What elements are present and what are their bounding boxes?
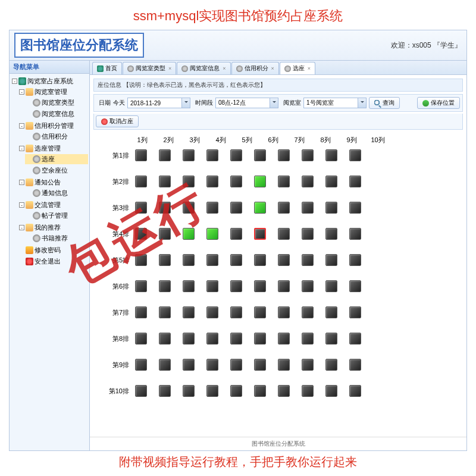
- seat-6-1[interactable]: [135, 280, 147, 292]
- date-combo[interactable]: [127, 98, 190, 108]
- time-input[interactable]: [216, 99, 270, 108]
- seat-4-1[interactable]: [135, 228, 147, 240]
- seat-8-10[interactable]: [349, 333, 361, 345]
- seat-4-2[interactable]: [159, 228, 171, 240]
- seat-6-3[interactable]: [183, 280, 195, 292]
- seat-10-3[interactable]: [183, 385, 195, 397]
- tree-extra[interactable]: 修改密码: [18, 245, 88, 255]
- seat-3-4[interactable]: [206, 202, 218, 214]
- seat-9-9[interactable]: [325, 359, 337, 371]
- date-input[interactable]: [128, 99, 181, 108]
- seat-6-6[interactable]: [254, 280, 266, 292]
- seat-2-9[interactable]: [325, 176, 337, 187]
- seat-9-10[interactable]: [349, 359, 361, 371]
- seat-6-10[interactable]: [349, 280, 361, 292]
- seat-8-2[interactable]: [159, 333, 171, 345]
- tab-信用积分[interactable]: 信用积分×: [231, 62, 279, 74]
- seat-3-8[interactable]: [302, 202, 314, 214]
- seat-5-7[interactable]: [278, 254, 290, 266]
- time-combo[interactable]: [215, 98, 278, 108]
- seat-7-10[interactable]: [349, 306, 361, 318]
- tree-group[interactable]: -通知公告: [18, 177, 88, 187]
- tree-root[interactable]: -阅览室占座系统: [11, 76, 88, 86]
- seat-7-4[interactable]: [206, 306, 218, 318]
- tab-首页[interactable]: 首页: [92, 62, 122, 74]
- seat-1-10[interactable]: [349, 149, 361, 161]
- seat-9-8[interactable]: [302, 359, 314, 371]
- seat-4-10[interactable]: [349, 228, 361, 240]
- tree-item[interactable]: 阅览室类型: [25, 98, 88, 108]
- tree-group[interactable]: -我的推荐: [18, 223, 88, 233]
- seat-8-5[interactable]: [230, 333, 242, 345]
- seat-9-2[interactable]: [159, 359, 171, 371]
- seat-9-3[interactable]: [183, 359, 195, 371]
- seat-1-2[interactable]: [159, 149, 171, 161]
- seat-6-7[interactable]: [278, 280, 290, 292]
- seat-3-10[interactable]: [349, 202, 361, 214]
- seat-1-7[interactable]: [278, 149, 290, 161]
- seat-8-3[interactable]: [183, 333, 195, 345]
- seat-8-6[interactable]: [254, 333, 266, 345]
- seat-8-4[interactable]: [206, 333, 218, 345]
- seat-2-7[interactable]: [278, 176, 290, 187]
- seat-5-4[interactable]: [206, 254, 218, 266]
- seat-5-6[interactable]: [254, 254, 266, 266]
- seat-6-2[interactable]: [159, 280, 171, 292]
- seat-9-1[interactable]: [135, 359, 147, 371]
- tree-item[interactable]: 空余座位: [25, 165, 88, 176]
- seat-9-5[interactable]: [230, 359, 242, 371]
- seat-7-3[interactable]: [183, 306, 195, 318]
- room-input[interactable]: [304, 99, 358, 108]
- seat-10-5[interactable]: [230, 385, 242, 397]
- seat-7-8[interactable]: [302, 306, 314, 318]
- seat-8-1[interactable]: [135, 333, 147, 345]
- tab-选座[interactable]: 选座×: [280, 62, 315, 74]
- seat-10-4[interactable]: [206, 385, 218, 397]
- seat-9-6[interactable]: [254, 359, 266, 371]
- seat-2-3[interactable]: [183, 176, 195, 187]
- seat-9-4[interactable]: [206, 359, 218, 371]
- tree-item[interactable]: 帖子管理: [25, 211, 88, 221]
- seat-5-10[interactable]: [349, 254, 361, 266]
- close-icon[interactable]: ×: [271, 65, 274, 71]
- seat-3-2[interactable]: [159, 202, 171, 214]
- seat-5-9[interactable]: [325, 254, 337, 266]
- tree-group[interactable]: -交流管理: [18, 200, 88, 210]
- seat-2-2[interactable]: [159, 176, 171, 187]
- seat-2-5[interactable]: [230, 176, 242, 187]
- tree-group[interactable]: -信用积分管理: [18, 121, 88, 131]
- tree-item[interactable]: 选座: [25, 154, 88, 164]
- tab-阅览室类型[interactable]: 阅览室类型×: [123, 62, 176, 74]
- chevron-down-icon[interactable]: [270, 98, 278, 108]
- seat-3-1[interactable]: [135, 202, 147, 214]
- seat-2-8[interactable]: [302, 176, 314, 187]
- tab-阅览室信息[interactable]: 阅览室信息×: [177, 62, 230, 74]
- seat-1-1[interactable]: [135, 149, 147, 161]
- tree-item[interactable]: 书籍推荐: [25, 233, 88, 243]
- seat-10-2[interactable]: [159, 385, 171, 397]
- seat-8-9[interactable]: [325, 333, 337, 345]
- seat-6-4[interactable]: [206, 280, 218, 292]
- seat-10-6[interactable]: [254, 385, 266, 397]
- seat-4-4[interactable]: [206, 228, 218, 240]
- seat-7-6[interactable]: [254, 306, 266, 318]
- chevron-down-icon[interactable]: [358, 98, 366, 108]
- seat-4-3[interactable]: [183, 228, 195, 240]
- seat-10-8[interactable]: [302, 385, 314, 397]
- cancel-button[interactable]: 取消占座: [96, 115, 139, 127]
- save-button[interactable]: 保存位置: [417, 97, 460, 109]
- seat-2-1[interactable]: [135, 176, 147, 187]
- close-icon[interactable]: ×: [168, 65, 171, 71]
- seat-9-7[interactable]: [278, 359, 290, 371]
- seat-5-1[interactable]: [135, 254, 147, 266]
- seat-1-9[interactable]: [325, 149, 337, 161]
- seat-8-7[interactable]: [278, 333, 290, 345]
- seat-1-4[interactable]: [206, 149, 218, 161]
- seat-10-10[interactable]: [349, 385, 361, 397]
- seat-4-5[interactable]: [230, 228, 242, 240]
- seat-6-5[interactable]: [230, 280, 242, 292]
- seat-10-1[interactable]: [135, 385, 147, 397]
- seat-6-8[interactable]: [302, 280, 314, 292]
- seat-5-5[interactable]: [230, 254, 242, 266]
- room-combo[interactable]: [303, 98, 367, 108]
